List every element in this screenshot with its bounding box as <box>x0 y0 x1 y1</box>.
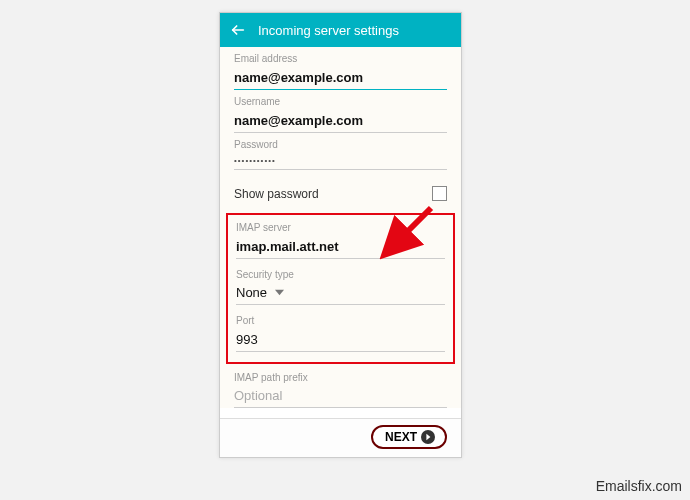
security-type-value: None <box>236 285 267 300</box>
username-value: name@example.com <box>234 110 447 133</box>
port-label: Port <box>236 315 445 326</box>
show-password-checkbox[interactable] <box>432 186 447 201</box>
email-field[interactable]: Email address name@example.com <box>234 53 447 90</box>
email-value: name@example.com <box>234 67 447 90</box>
password-label: Password <box>234 139 447 150</box>
password-field[interactable]: Password ••••••••••• <box>234 139 447 170</box>
email-label: Email address <box>234 53 447 64</box>
show-password-label: Show password <box>234 187 319 201</box>
username-field[interactable]: Username name@example.com <box>234 96 447 133</box>
next-label: NEXT <box>385 430 417 444</box>
form-content: Email address name@example.com Username … <box>220 47 461 408</box>
username-label: Username <box>234 96 447 107</box>
show-password-row: Show password <box>234 176 447 213</box>
back-icon[interactable] <box>230 22 246 38</box>
settings-screen: Incoming server settings Email address n… <box>219 12 462 458</box>
next-arrow-icon <box>421 430 435 444</box>
imap-path-prefix-field[interactable]: IMAP path prefix Optional <box>234 372 447 408</box>
imap-server-field[interactable]: IMAP server imap.mail.att.net <box>236 222 445 259</box>
svg-marker-1 <box>275 290 284 295</box>
password-value: ••••••••••• <box>234 153 447 170</box>
imap-server-label: IMAP server <box>236 222 445 233</box>
footer-bar: NEXT <box>220 418 461 457</box>
dropdown-icon <box>275 285 284 300</box>
security-type-label: Security type <box>236 269 445 280</box>
path-prefix-label: IMAP path prefix <box>234 372 447 383</box>
watermark: Emailsfix.com <box>596 478 682 494</box>
header-title: Incoming server settings <box>258 23 399 38</box>
imap-server-value: imap.mail.att.net <box>236 236 445 259</box>
security-type-field[interactable]: Security type None <box>236 269 445 305</box>
svg-marker-2 <box>426 434 430 440</box>
highlight-box: IMAP server imap.mail.att.net Security t… <box>226 213 455 364</box>
path-prefix-placeholder: Optional <box>234 386 447 408</box>
next-button[interactable]: NEXT <box>371 425 447 449</box>
port-field[interactable]: Port 993 <box>236 315 445 352</box>
header-bar: Incoming server settings <box>220 13 461 47</box>
port-value: 993 <box>236 329 445 352</box>
